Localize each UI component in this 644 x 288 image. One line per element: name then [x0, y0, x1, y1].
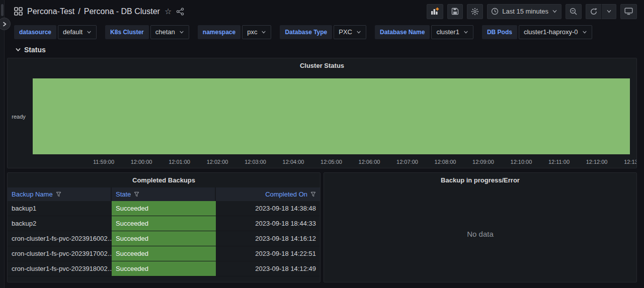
column-header-backup-name[interactable]: Backup Name [8, 187, 112, 201]
nav-actions: Last 15 minutes [427, 4, 637, 19]
x-axis-tick: 12:00:00 [131, 159, 152, 165]
cell-state: Succeeded [112, 246, 216, 261]
dashboard-settings-button[interactable] [467, 4, 483, 19]
x-axis-tick: 12:06:00 [359, 159, 380, 165]
sidebar-rail [0, 0, 5, 288]
x-axis-tick: 12:10:00 [511, 159, 532, 165]
variable-value-dropdown[interactable]: default [58, 25, 97, 39]
gear-icon [471, 8, 479, 16]
filter-funnel-icon[interactable] [134, 191, 139, 197]
zoom-out-icon [570, 8, 578, 16]
column-label: Completed On [265, 190, 307, 198]
cell-completed-on: 2023-09-18 14:38:48 [216, 201, 320, 216]
clock-icon [491, 8, 499, 15]
variable-chip: datasource default [14, 25, 97, 39]
variable-label: namespace [198, 25, 240, 39]
variable-value-dropdown[interactable]: cluster1 [431, 25, 473, 39]
cell-completed-on: 2023-09-18 14:12:49 [216, 261, 320, 276]
column-header-completed-on[interactable]: Completed On [216, 187, 320, 201]
variable-value-dropdown[interactable]: pxc [242, 25, 271, 39]
cell-completed-on: 2023-09-18 14:22:51 [216, 246, 320, 261]
star-icon[interactable]: ☆ [165, 8, 172, 16]
x-axis-tick: 11:59:00 [93, 159, 114, 165]
add-panel-button[interactable] [427, 4, 443, 19]
timeline-state-ready[interactable] [33, 78, 630, 154]
panel-title[interactable]: Cluster Status [8, 58, 636, 69]
variable-label: DB Pods [482, 25, 517, 39]
cell-completed-on: 2023-09-18 18:44:33 [216, 216, 320, 231]
x-axis-tick: 12:11:00 [548, 159, 570, 165]
variable-value: chetan [155, 28, 175, 36]
table-row: cron-cluster1-fs-pvc-2023917002… Succeed… [8, 246, 320, 261]
variable-chip: namespace pxc [198, 25, 272, 39]
variable-chip: K8s Cluster chetan [105, 25, 189, 39]
variable-chip: Database Name cluster1 [375, 25, 473, 39]
breadcrumb-folder[interactable]: Percona-Test [27, 7, 74, 16]
x-axis-tick: 12:03:00 [245, 159, 266, 165]
x-axis-tick: 12:08:00 [435, 159, 456, 165]
variable-value: pxc [247, 28, 257, 36]
x-axis-tick: 12:07:00 [396, 159, 418, 165]
variable-value-dropdown[interactable]: cluster1-haproxy-0 [519, 25, 592, 39]
cell-backup-name: cron-cluster1-fs-pvc-2023916002… [8, 231, 112, 246]
panel-backup-in-progress: Backup in progress/Error No data [324, 172, 637, 282]
tv-monitor-icon [624, 8, 633, 15]
chevron-down-icon [15, 47, 21, 53]
dashboards-grid-icon [14, 7, 23, 16]
chevron-down-icon [261, 30, 266, 35]
chevron-down-icon [463, 30, 468, 35]
bottom-panel-row: Completed Backups Backup Name State [7, 172, 637, 282]
breadcrumb-separator: / [78, 7, 80, 16]
cell-backup-name: backup1 [8, 201, 112, 216]
panel-cluster-status: Cluster Status ready 11:59:0012:00:0012:… [7, 58, 637, 168]
share-icon[interactable] [176, 8, 184, 16]
variable-chip: DB Pods cluster1-haproxy-0 [482, 25, 592, 39]
variable-label: Database Type [280, 25, 332, 39]
cell-backup-name: cron-cluster1-fs-pvc-2023918002… [8, 261, 112, 276]
variable-chip: Database Type PXC [280, 25, 366, 39]
chevron-right-icon [2, 21, 8, 27]
panel-title[interactable]: Completed Backups [8, 173, 320, 184]
column-header-state[interactable]: State [112, 187, 216, 201]
variable-value-dropdown[interactable]: chetan [150, 25, 189, 39]
add-panel-icon [431, 7, 439, 16]
x-axis-tick: 12:04:00 [283, 159, 304, 165]
zoom-out-time-button[interactable] [566, 4, 582, 19]
x-axis-tick: 12:01:00 [169, 159, 190, 165]
save-icon [451, 8, 459, 15]
cell-backup-name: backup2 [8, 216, 112, 231]
cycle-view-mode-button[interactable] [620, 4, 637, 19]
column-label: Backup Name [12, 190, 53, 198]
chevron-down-icon [179, 30, 184, 35]
chevron-down-icon [356, 30, 361, 35]
top-nav: Percona-Test / Percona - DB Cluster ☆ [0, 0, 644, 23]
x-axis-tick: 12:12:00 [586, 159, 608, 165]
breadcrumb: Percona-Test / Percona - DB Cluster [27, 7, 160, 16]
refresh-interval-dropdown[interactable] [601, 4, 616, 19]
column-label: State [116, 190, 131, 198]
no-data-message: No data [324, 230, 636, 238]
panel-completed-backups: Completed Backups Backup Name State [7, 172, 320, 282]
refresh-dashboard-button[interactable] [586, 4, 601, 19]
filter-funnel-icon[interactable] [310, 191, 316, 197]
template-variables-bar: datasource default K8s Cluster chetan na… [0, 23, 644, 41]
time-range-picker[interactable]: Last 15 minutes [487, 4, 561, 19]
section-title[interactable]: Status [24, 46, 46, 54]
x-axis-tick: 12:09:00 [472, 159, 494, 165]
cell-state: Succeeded [112, 231, 216, 246]
refresh-button-group [586, 4, 616, 19]
variable-value-dropdown[interactable]: PXC [334, 25, 366, 39]
chevron-down-icon [87, 30, 92, 35]
cell-state: Succeeded [112, 261, 216, 276]
dashboard-grid: Cluster Status ready 11:59:0012:00:0012:… [0, 58, 644, 282]
timeline-y-label: ready [8, 114, 30, 120]
x-axis-tick: 12:02:00 [207, 159, 228, 165]
cell-state: Succeeded [112, 201, 216, 216]
backups-table-body: backup1 Succeeded 2023-09-18 14:38:48 ba… [8, 201, 320, 276]
table-row: backup2 Succeeded 2023-09-18 18:44:33 [8, 216, 320, 231]
panel-title[interactable]: Backup in progress/Error [324, 173, 636, 184]
save-dashboard-button[interactable] [447, 4, 463, 19]
chevron-down-icon [552, 9, 557, 14]
chevron-down-icon [606, 9, 612, 14]
filter-funnel-icon[interactable] [56, 191, 61, 197]
